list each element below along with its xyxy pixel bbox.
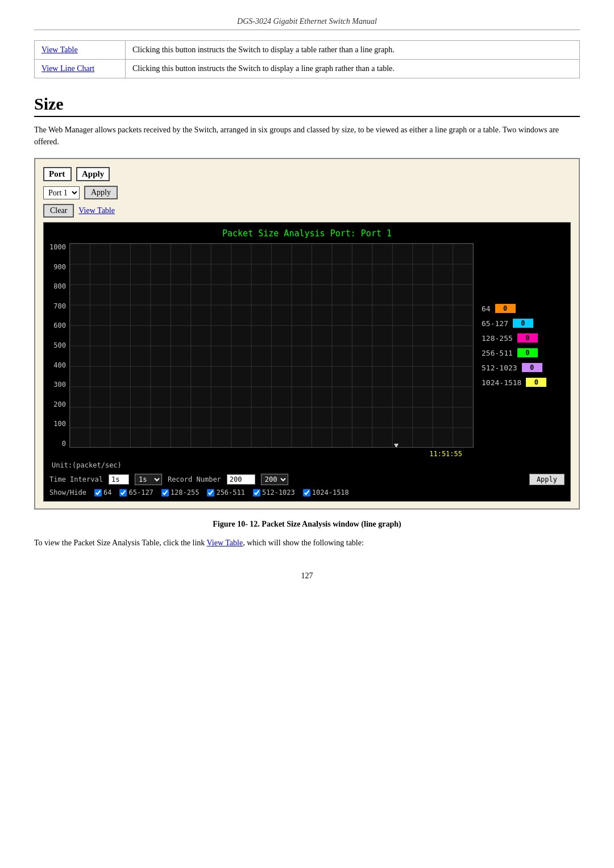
y-label: 600 — [53, 322, 66, 329]
y-label: 100 — [53, 420, 66, 428]
y-label: 300 — [53, 381, 66, 389]
legend-color-64: 0 — [495, 304, 516, 313]
view-line-chart-desc: Clicking this button instructs the Switc… — [126, 60, 580, 78]
showhide-label: Show/Hide — [49, 489, 86, 496]
legend-item-65-127: 65-127 0 — [482, 319, 565, 328]
panel: Port Apply Port 1 Port 2 Port 3 Port 4 A… — [34, 158, 580, 510]
chart-apply-button[interactable]: Apply — [529, 474, 565, 485]
legend-item-1024-1518: 1024-1518 0 — [482, 378, 565, 387]
grid-svg — [70, 244, 473, 447]
legend-range: 1024-1518 — [482, 378, 521, 387]
y-label: 1000 — [49, 243, 66, 251]
legend-item-128-255: 128-255 0 — [482, 333, 565, 343]
chart-time: 11:51:55 — [429, 450, 468, 458]
view-table-inline-link[interactable]: View Table — [207, 539, 243, 547]
y-label: 500 — [53, 341, 66, 349]
checkbox-64[interactable]: 64 — [94, 489, 111, 496]
chart-container: Packet Size Analysis Port: Port 1 1000 9… — [43, 222, 571, 502]
y-label: 700 — [53, 302, 66, 310]
checkbox-512-1023[interactable]: 512-1023 — [253, 489, 295, 496]
chart-unit: Unit:(packet/sec) — [49, 461, 565, 469]
legend-range: 256-511 — [482, 349, 513, 357]
y-label: 200 — [53, 400, 66, 408]
legend-range: 65-127 — [482, 319, 508, 328]
y-label: 400 — [53, 361, 66, 369]
legend-item-512-1023: 512-1023 0 — [482, 363, 565, 372]
y-label: 0 — [62, 440, 66, 448]
section-title: Size — [34, 94, 580, 117]
y-label: 800 — [53, 282, 66, 290]
chart-footer: Time Interval 1s 5s 10s Record Number 20… — [49, 474, 565, 485]
time-interval-select[interactable]: 1s 5s 10s — [135, 474, 162, 485]
port-header-label: Port — [43, 167, 72, 181]
section-description: The Web Manager allows packets received … — [34, 124, 580, 148]
chart-grid — [69, 243, 474, 448]
checkbox-1024-1518[interactable]: 1024-1518 — [303, 489, 349, 496]
time-interval-input[interactable] — [109, 474, 129, 485]
figure-caption: Figure 10- 12. Packet Size Analysis wind… — [34, 520, 580, 529]
chart-legend: 64 0 65-127 0 128-255 0 256-511 0 512-10… — [474, 243, 565, 448]
page-header: DGS-3024 Gigabit Ethernet Switch Manual — [34, 17, 580, 30]
showhide-row: Show/Hide 64 65-127 128-255 256-511 512-… — [49, 489, 565, 496]
checkbox-256-511[interactable]: 256-511 — [207, 489, 245, 496]
legend-range: 512-1023 — [482, 364, 517, 372]
clear-button[interactable]: Clear — [43, 204, 74, 218]
page-number: 127 — [34, 571, 580, 581]
port-select[interactable]: Port 1 Port 2 Port 3 Port 4 — [43, 186, 80, 199]
info-table: View Table Clicking this button instruct… — [34, 40, 580, 78]
legend-color-256-511: 0 — [517, 348, 538, 357]
table-row: View Line Chart Clicking this button ins… — [35, 60, 580, 78]
apply-header-label: Apply — [76, 167, 110, 181]
apply-button[interactable]: Apply — [84, 186, 118, 199]
checkbox-65-127[interactable]: 65-127 — [119, 489, 153, 496]
table-row: View Table Clicking this button instruct… — [35, 41, 580, 60]
legend-color-128-255: 0 — [517, 333, 538, 343]
checkbox-128-255[interactable]: 128-255 — [161, 489, 200, 496]
view-table-link[interactable]: View Table — [35, 41, 126, 60]
legend-color-1024-1518: 0 — [526, 378, 546, 387]
record-number-label: Record Number — [168, 475, 221, 483]
view-table-link[interactable]: View Table — [78, 206, 115, 215]
legend-range: 64 — [482, 304, 491, 313]
legend-color-65-127: 0 — [513, 319, 533, 328]
record-number-select[interactable]: 200 100 50 — [261, 474, 288, 485]
legend-color-512-1023: 0 — [522, 363, 542, 372]
time-interval-label: Time Interval — [49, 475, 103, 483]
record-number-input[interactable] — [227, 474, 255, 485]
view-line-chart-link[interactable]: View Line Chart — [35, 60, 126, 78]
chart-title: Packet Size Analysis Port: Port 1 — [49, 228, 565, 239]
y-label: 900 — [53, 263, 66, 271]
legend-item-256-511: 256-511 0 — [482, 348, 565, 357]
view-table-desc: Clicking this button instructs the Switc… — [126, 41, 580, 60]
legend-range: 128-255 — [482, 334, 513, 343]
svg-marker-32 — [394, 444, 399, 447]
legend-item-64: 64 0 — [482, 304, 565, 313]
chart-y-axis: 1000 900 800 700 600 500 400 300 200 100… — [49, 243, 69, 448]
bottom-description: To view the Packet Size Analysis Table, … — [34, 537, 580, 549]
